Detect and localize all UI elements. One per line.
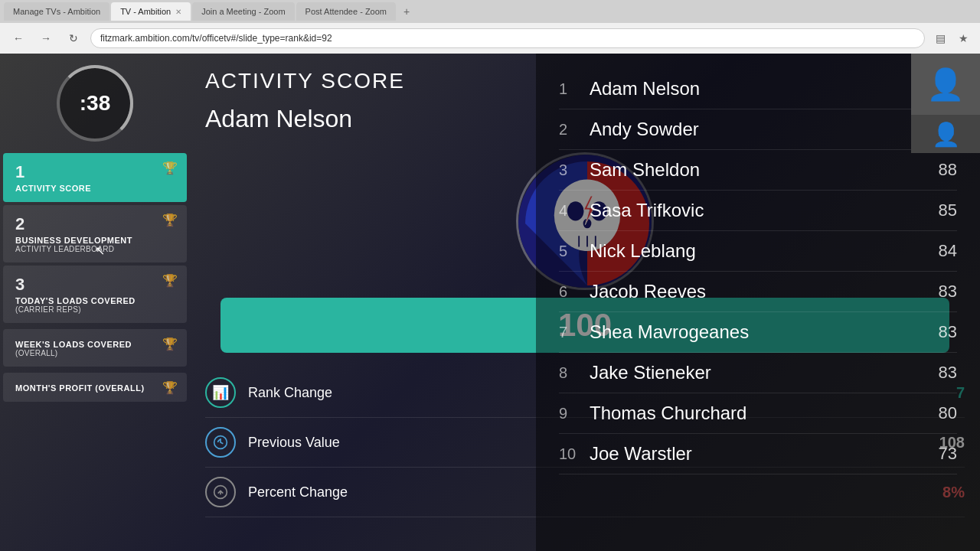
- timer-display: :38: [80, 91, 110, 116]
- browser-toolbar: ← → ↻ fitzmark.ambition.com/tv/officetv#…: [0, 23, 980, 54]
- webcam-bottom: 👤: [911, 115, 980, 153]
- rank-number: 8: [559, 364, 590, 382]
- url-text: fitzmark.ambition.com/tv/officetv#/slide…: [100, 33, 332, 44]
- refresh-button[interactable]: ↻: [63, 28, 84, 49]
- person-name: Jake Stieneker: [590, 362, 911, 383]
- tab-zoom-post[interactable]: Post Attendee - Zoom: [296, 2, 396, 21]
- rank-number: 9: [559, 405, 590, 422]
- sidebar-item-loads-covered[interactable]: 🏆 3 Today's Loads Covered (Carrier Reps): [3, 266, 187, 323]
- sidebar-title-3: Today's Loads Covered: [15, 296, 175, 305]
- webcam-person-bottom: 👤: [932, 121, 960, 148]
- person-score: 83: [911, 282, 957, 302]
- rank-number: 1: [559, 80, 590, 98]
- person-score: 83: [911, 322, 957, 342]
- person-score: 85: [911, 201, 957, 220]
- sidebar-item-month-profit[interactable]: 🏆 Month's Profit (Overall): [3, 373, 187, 402]
- percent-change-icon: [205, 477, 236, 507]
- browser-tabs: Manage TVs - Ambition TV - Ambition ✕ Jo…: [0, 0, 980, 23]
- person-name: Thomas Churchard: [590, 403, 911, 424]
- tab-label: Manage TVs - Ambition: [13, 7, 100, 16]
- toolbar-right: ▤ ★: [931, 29, 972, 47]
- address-bar[interactable]: fitzmark.ambition.com/tv/officetv#/slide…: [90, 28, 925, 48]
- rank-number: 6: [559, 283, 590, 301]
- rank-number: 7: [559, 324, 590, 341]
- rank-change-icon: 📊: [205, 377, 236, 408]
- tab-label: Post Attendee - Zoom: [305, 7, 387, 16]
- person-score: 84: [911, 241, 957, 261]
- person-score: 73: [911, 444, 957, 464]
- sidebar-toggle-icon[interactable]: ▤: [931, 29, 949, 47]
- person-name: Sam Sheldon: [590, 159, 911, 181]
- person-name: Nick Leblang: [590, 240, 911, 262]
- leaderboard-row: 3Sam Sheldon88: [559, 150, 957, 191]
- sidebar-item-business-dev[interactable]: 🏆 2 Business Development Activity Leader…: [3, 205, 187, 262]
- person-name: Jacob Reeves: [590, 281, 911, 302]
- rank-number: 2: [559, 121, 590, 139]
- leaderboard-row: 7Shea Mavrogeanes83: [559, 312, 957, 353]
- leaderboard-row: 4Sasa Trifkovic85: [559, 191, 957, 231]
- rank-number: 4: [559, 202, 590, 220]
- leaderboard-row: 2Andy Sowder: [559, 109, 957, 150]
- person-name: Joe Warstler: [590, 443, 911, 465]
- rank-number: 10: [559, 445, 590, 463]
- tab-tv-ambition[interactable]: TV - Ambition ✕: [111, 2, 191, 21]
- leaderboard-row: 9Thomas Churchard80: [559, 393, 957, 434]
- sidebar-title-1: Activity Score: [15, 184, 175, 193]
- tab-label: Join a Meeting - Zoom: [201, 7, 285, 16]
- trophy-icon-5: 🏆: [162, 380, 178, 395]
- sidebar-title-4: Week's Loads Covered: [15, 340, 175, 349]
- previous-value-icon: [205, 427, 236, 458]
- webcam-area: 👤 👤: [911, 54, 980, 153]
- webcam-person-top: 👤: [926, 67, 965, 103]
- tab-manage-tvs[interactable]: Manage TVs - Ambition: [4, 2, 109, 21]
- person-score: 88: [911, 160, 957, 180]
- person-score: 80: [911, 403, 957, 423]
- forward-button[interactable]: →: [35, 28, 57, 49]
- person-name: Sasa Trifkovic: [590, 200, 911, 221]
- timer-container: :38: [0, 54, 190, 153]
- tab-zoom-join[interactable]: Join a Meeting - Zoom: [192, 2, 294, 21]
- person-name: Andy Sowder: [590, 119, 911, 140]
- rank-number: 5: [559, 243, 590, 260]
- sidebar-item-week-loads[interactable]: 🏆 Week's Loads Covered (Overall): [3, 329, 187, 367]
- person-name: Adam Nelson: [590, 78, 911, 99]
- trophy-icon-4: 🏆: [162, 337, 178, 351]
- person-score: 83: [911, 363, 957, 383]
- sidebar-rank-1: 1: [15, 162, 175, 182]
- sidebar-subtitle-4: (Overall): [15, 349, 175, 357]
- tab-label: TV - Ambition: [120, 7, 171, 16]
- leaderboard: 👤 👤 1Adam Nelson2Andy Sowder3Sam Sheldon…: [536, 54, 980, 551]
- leaderboard-row: 1Adam Nelson: [559, 69, 957, 109]
- sidebar-item-activity-score[interactable]: 🏆 1 Activity Score: [3, 153, 187, 202]
- sidebar-rank-2: 2: [15, 214, 175, 234]
- browser-chrome: Manage TVs - Ambition TV - Ambition ✕ Jo…: [0, 0, 980, 54]
- back-button[interactable]: ←: [8, 28, 29, 49]
- sidebar: :38 🏆 1 Activity Score 🏆 2 Business Deve…: [0, 54, 190, 551]
- main-content: :38 🏆 1 Activity Score 🏆 2 Business Deve…: [0, 54, 980, 551]
- person-name: Shea Mavrogeanes: [590, 321, 911, 343]
- sidebar-subtitle-3: (Carrier Reps): [15, 305, 175, 314]
- rank-number: 3: [559, 161, 590, 179]
- new-tab-button[interactable]: +: [397, 2, 416, 21]
- sidebar-rank-3: 3: [15, 275, 175, 295]
- leaderboard-row: 6Jacob Reeves83: [559, 272, 957, 312]
- bookmark-icon[interactable]: ★: [954, 29, 972, 47]
- sidebar-title-5: Month's Profit (Overall): [15, 383, 175, 393]
- leaderboard-row: 10Joe Warstler73: [559, 434, 957, 474]
- cursor-indicator: ↖: [95, 243, 105, 258]
- timer-circle: :38: [57, 65, 133, 142]
- webcam-top: 👤: [911, 54, 980, 115]
- leaderboard-row: 5Nick Leblang84: [559, 231, 957, 272]
- leaderboard-rows: 1Adam Nelson2Andy Sowder3Sam Sheldon884S…: [559, 69, 957, 474]
- close-icon[interactable]: ✕: [175, 8, 181, 16]
- leaderboard-row: 8Jake Stieneker83: [559, 353, 957, 393]
